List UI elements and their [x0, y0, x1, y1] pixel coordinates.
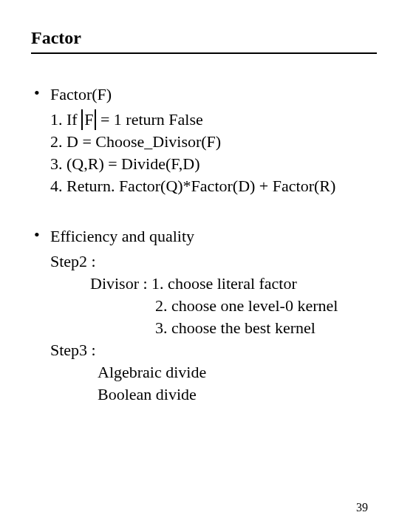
- step2-label: Step2 :: [31, 250, 377, 273]
- factor-algorithm-block: • Factor(F) 1. If F = 1 return False 2. …: [31, 85, 377, 197]
- boolean-divide: Boolean divide: [98, 383, 377, 406]
- algo-step-2: 2. D = Choose_Divisor(F): [31, 131, 377, 153]
- step1-pre: 1. If: [50, 110, 81, 129]
- divisor-line-1: Divisor : 1. choose literal factor: [90, 273, 377, 295]
- algo-step-1: 1. If F = 1 return False: [31, 109, 377, 131]
- bullet-row: • Efficiency and quality: [31, 227, 377, 246]
- efficiency-head: Efficiency and quality: [50, 227, 194, 246]
- page-number: 39: [356, 501, 368, 514]
- bullet-icon: •: [31, 227, 50, 243]
- divisor-block: Divisor : 1. choose literal factor 2. ch…: [31, 273, 377, 339]
- divisor-line-2: 2. choose one level-0 kernel: [90, 295, 377, 317]
- abs-F: F: [81, 109, 96, 131]
- algebraic-block: Algebraic divide Boolean divide: [31, 361, 377, 406]
- step3-label: Step3 :: [31, 339, 377, 361]
- bullet-row: • Factor(F): [31, 85, 377, 104]
- algo-step-4: 4. Return. Factor(Q)*Factor(D) + Factor(…: [31, 175, 377, 197]
- divisor-line-3: 3. choose the best kernel: [90, 317, 377, 339]
- algo-step-3: 3. (Q,R) = Divide(F,D): [31, 153, 377, 175]
- efficiency-block: • Efficiency and quality Step2 : Divisor…: [31, 227, 377, 406]
- step1-post: = 1 return False: [96, 110, 202, 129]
- algebraic-divide: Algebraic divide: [98, 361, 377, 383]
- factor-head: Factor(F): [50, 85, 112, 104]
- bullet-icon: •: [31, 85, 50, 101]
- slide-title: Factor: [31, 28, 377, 52]
- title-rule: [31, 52, 377, 54]
